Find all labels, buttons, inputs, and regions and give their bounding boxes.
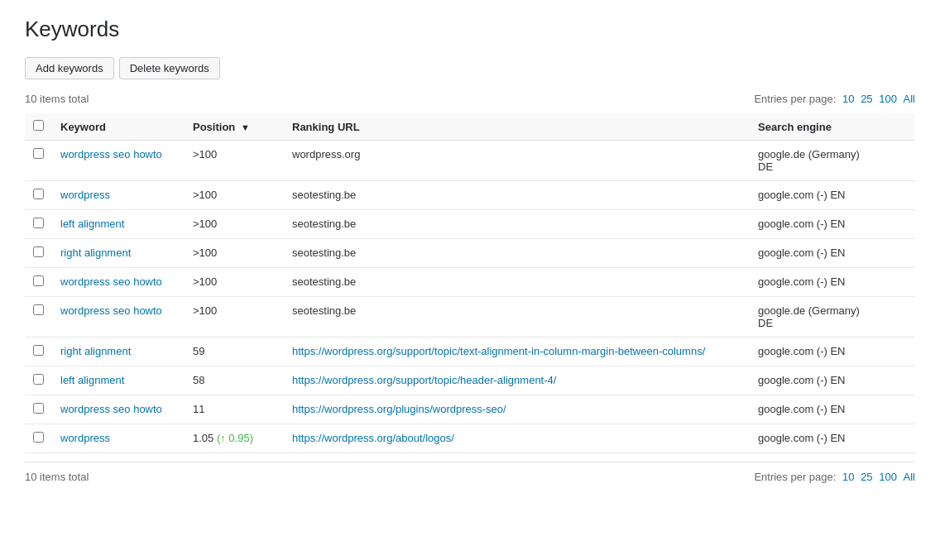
keyword-link[interactable]: right alignment xyxy=(60,246,131,259)
row-keyword: wordpress xyxy=(52,424,185,453)
row-engine: google.com (-) EN xyxy=(750,239,915,268)
row-position: >100 xyxy=(185,181,284,210)
row-checkbox-cell xyxy=(25,268,52,297)
row-keyword: wordpress seo howto xyxy=(52,395,185,424)
meta-top: 10 items total Entries per page: 10 25 1… xyxy=(25,93,915,105)
row-url: seotesting.be xyxy=(284,210,750,239)
row-checkbox[interactable] xyxy=(33,189,44,199)
header-url: Ranking URL xyxy=(284,113,750,141)
sort-icon: ▼ xyxy=(241,122,250,132)
ranking-url-link[interactable]: https://wordpress.org/about/logos/ xyxy=(292,432,454,444)
row-position: >100 xyxy=(185,141,284,181)
delete-keywords-button[interactable]: Delete keywords xyxy=(119,57,220,79)
keyword-link[interactable]: wordpress seo howto xyxy=(60,403,162,415)
row-checkbox[interactable] xyxy=(33,345,44,356)
table-row: wordpress seo howto>100seotesting.begoog… xyxy=(25,297,915,337)
keyword-link[interactable]: wordpress seo howto xyxy=(60,148,162,160)
ranking-url-link[interactable]: https://wordpress.org/support/topic/head… xyxy=(292,374,556,386)
row-checkbox[interactable] xyxy=(33,403,44,414)
header-keyword: Keyword xyxy=(52,113,185,141)
row-keyword: wordpress seo howto xyxy=(52,268,185,297)
row-engine: google.com (-) EN xyxy=(750,210,915,239)
row-keyword: left alignment xyxy=(52,210,185,239)
keywords-table: Keyword Position ▼ Ranking URL Search en… xyxy=(25,113,915,453)
toolbar: Add keywords Delete keywords xyxy=(25,57,915,79)
row-checkbox-cell xyxy=(25,210,52,239)
entries-25-top[interactable]: 25 xyxy=(861,93,872,105)
add-keywords-button[interactable]: Add keywords xyxy=(25,57,114,79)
row-position: >100 xyxy=(185,297,284,337)
row-checkbox-cell xyxy=(25,366,52,395)
row-position: 58 xyxy=(185,366,284,395)
items-total-bottom: 10 items total xyxy=(25,471,89,483)
row-url: seotesting.be xyxy=(284,268,750,297)
table-row: wordpress>100seotesting.begoogle.com (-)… xyxy=(25,181,915,210)
entries-10-top[interactable]: 10 xyxy=(842,93,854,105)
row-keyword: left alignment xyxy=(52,366,185,395)
row-position: 1.05 (↑ 0.95) xyxy=(185,424,284,453)
keyword-link[interactable]: left alignment xyxy=(60,218,124,230)
row-checkbox-cell xyxy=(25,395,52,424)
entries-25-bottom[interactable]: 25 xyxy=(861,471,872,483)
items-total-top: 10 items total xyxy=(25,93,89,105)
row-url: https://wordpress.org/support/topic/text… xyxy=(284,337,750,366)
table-row: right alignment59https://wordpress.org/s… xyxy=(25,337,915,366)
select-all-checkbox[interactable] xyxy=(33,120,44,131)
row-position: >100 xyxy=(185,210,284,239)
ranking-url-link[interactable]: https://wordpress.org/plugins/wordpress-… xyxy=(292,403,506,415)
keyword-link[interactable]: wordpress seo howto xyxy=(60,304,162,317)
keyword-link[interactable]: right alignment xyxy=(60,345,131,357)
row-position: >100 xyxy=(185,239,284,268)
row-checkbox-cell xyxy=(25,337,52,366)
table-row: wordpress seo howto>100wordpress.orggoog… xyxy=(25,141,915,181)
row-keyword: wordpress seo howto xyxy=(52,141,185,181)
row-engine: google.com (-) EN xyxy=(750,337,915,366)
entries-100-bottom[interactable]: 100 xyxy=(879,471,897,483)
entries-all-bottom[interactable]: All xyxy=(904,471,915,483)
row-engine: google.de (Germany)DE xyxy=(750,141,915,181)
row-engine: google.com (-) EN xyxy=(750,268,915,297)
row-checkbox-cell xyxy=(25,181,52,210)
row-checkbox-cell xyxy=(25,424,52,453)
row-url: seotesting.be xyxy=(284,239,750,268)
table-row: left alignment58https://wordpress.org/su… xyxy=(25,366,915,395)
meta-bottom: 10 items total Entries per page: 10 25 1… xyxy=(25,462,915,483)
row-keyword: right alignment xyxy=(52,337,185,366)
row-checkbox[interactable] xyxy=(33,218,44,228)
row-url: https://wordpress.org/plugins/wordpress-… xyxy=(284,395,750,424)
row-position: >100 xyxy=(185,268,284,297)
keyword-link[interactable]: wordpress seo howto xyxy=(60,275,162,288)
row-url: wordpress.org xyxy=(284,141,750,181)
row-position: 59 xyxy=(185,337,284,366)
row-url: seotesting.be xyxy=(284,181,750,210)
table-row: wordpress seo howto11https://wordpress.o… xyxy=(25,395,915,424)
table-row: right alignment>100seotesting.begoogle.c… xyxy=(25,239,915,268)
row-engine: google.com (-) EN xyxy=(750,395,915,424)
row-engine: google.com (-) EN xyxy=(750,181,915,210)
row-checkbox[interactable] xyxy=(33,374,44,385)
header-position[interactable]: Position ▼ xyxy=(185,113,284,141)
keyword-link[interactable]: wordpress xyxy=(60,189,110,201)
ranking-url-link[interactable]: https://wordpress.org/support/topic/text… xyxy=(292,345,705,357)
row-checkbox[interactable] xyxy=(33,432,44,443)
entries-all-top[interactable]: All xyxy=(904,93,915,105)
row-url: https://wordpress.org/about/logos/ xyxy=(284,424,750,453)
row-checkbox[interactable] xyxy=(33,246,44,257)
table-header-row: Keyword Position ▼ Ranking URL Search en… xyxy=(25,113,915,141)
row-checkbox[interactable] xyxy=(33,148,44,159)
row-engine: google.com (-) EN xyxy=(750,424,915,453)
keyword-link[interactable]: wordpress xyxy=(60,432,110,444)
entries-per-page-top: Entries per page: 10 25 100 All xyxy=(754,93,915,105)
page-title: Keywords xyxy=(25,17,915,42)
entries-10-bottom[interactable]: 10 xyxy=(842,471,854,483)
row-checkbox-cell xyxy=(25,141,52,181)
position-change: (↑ 0.95) xyxy=(213,432,253,444)
row-url: https://wordpress.org/support/topic/head… xyxy=(284,366,750,395)
keyword-link[interactable]: left alignment xyxy=(60,374,124,386)
row-checkbox-cell xyxy=(25,297,52,337)
entries-100-top[interactable]: 100 xyxy=(879,93,897,105)
entries-per-page-bottom: Entries per page: 10 25 100 All xyxy=(754,471,915,483)
row-checkbox[interactable] xyxy=(33,304,44,315)
row-checkbox[interactable] xyxy=(33,275,44,286)
header-engine: Search engine xyxy=(750,113,915,141)
